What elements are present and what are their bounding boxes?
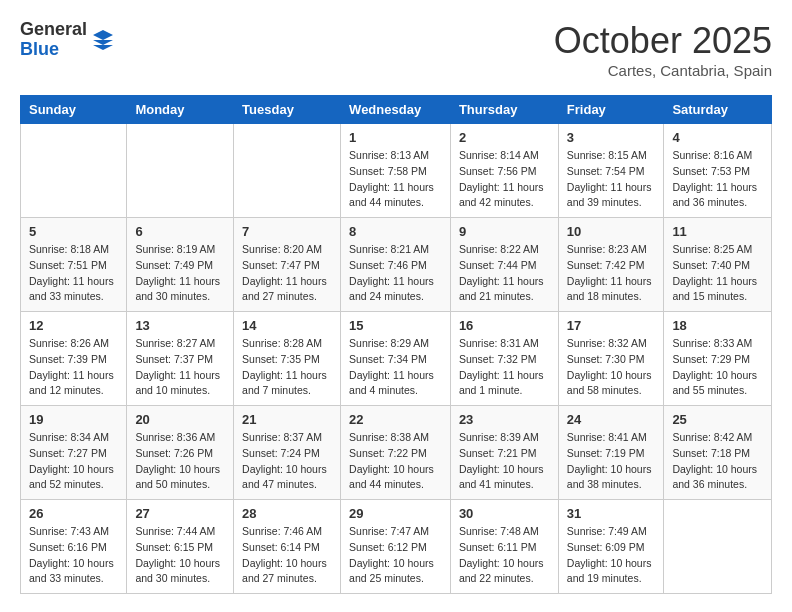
weekday-header-row: SundayMondayTuesdayWednesdayThursdayFrid… bbox=[21, 96, 772, 124]
week-row-3: 12Sunrise: 8:26 AM Sunset: 7:39 PM Dayli… bbox=[21, 312, 772, 406]
day-info: Sunrise: 8:27 AM Sunset: 7:37 PM Dayligh… bbox=[135, 336, 225, 399]
day-number: 18 bbox=[672, 318, 763, 333]
day-number: 19 bbox=[29, 412, 118, 427]
day-cell: 24Sunrise: 8:41 AM Sunset: 7:19 PM Dayli… bbox=[558, 406, 664, 500]
day-cell: 30Sunrise: 7:48 AM Sunset: 6:11 PM Dayli… bbox=[450, 500, 558, 594]
day-info: Sunrise: 7:46 AM Sunset: 6:14 PM Dayligh… bbox=[242, 524, 332, 587]
day-cell: 16Sunrise: 8:31 AM Sunset: 7:32 PM Dayli… bbox=[450, 312, 558, 406]
day-info: Sunrise: 8:39 AM Sunset: 7:21 PM Dayligh… bbox=[459, 430, 550, 493]
day-cell: 3Sunrise: 8:15 AM Sunset: 7:54 PM Daylig… bbox=[558, 124, 664, 218]
day-number: 23 bbox=[459, 412, 550, 427]
day-number: 2 bbox=[459, 130, 550, 145]
day-info: Sunrise: 8:32 AM Sunset: 7:30 PM Dayligh… bbox=[567, 336, 656, 399]
day-info: Sunrise: 8:14 AM Sunset: 7:56 PM Dayligh… bbox=[459, 148, 550, 211]
day-number: 21 bbox=[242, 412, 332, 427]
day-info: Sunrise: 8:23 AM Sunset: 7:42 PM Dayligh… bbox=[567, 242, 656, 305]
weekday-header-tuesday: Tuesday bbox=[234, 96, 341, 124]
weekday-header-saturday: Saturday bbox=[664, 96, 772, 124]
day-cell: 1Sunrise: 8:13 AM Sunset: 7:58 PM Daylig… bbox=[341, 124, 451, 218]
day-number: 29 bbox=[349, 506, 442, 521]
day-info: Sunrise: 7:44 AM Sunset: 6:15 PM Dayligh… bbox=[135, 524, 225, 587]
day-number: 10 bbox=[567, 224, 656, 239]
day-number: 30 bbox=[459, 506, 550, 521]
day-info: Sunrise: 8:16 AM Sunset: 7:53 PM Dayligh… bbox=[672, 148, 763, 211]
day-cell: 4Sunrise: 8:16 AM Sunset: 7:53 PM Daylig… bbox=[664, 124, 772, 218]
day-cell: 6Sunrise: 8:19 AM Sunset: 7:49 PM Daylig… bbox=[127, 218, 234, 312]
week-row-5: 26Sunrise: 7:43 AM Sunset: 6:16 PM Dayli… bbox=[21, 500, 772, 594]
day-info: Sunrise: 7:43 AM Sunset: 6:16 PM Dayligh… bbox=[29, 524, 118, 587]
week-row-4: 19Sunrise: 8:34 AM Sunset: 7:27 PM Dayli… bbox=[21, 406, 772, 500]
day-info: Sunrise: 8:34 AM Sunset: 7:27 PM Dayligh… bbox=[29, 430, 118, 493]
day-cell: 12Sunrise: 8:26 AM Sunset: 7:39 PM Dayli… bbox=[21, 312, 127, 406]
day-cell bbox=[21, 124, 127, 218]
day-cell: 14Sunrise: 8:28 AM Sunset: 7:35 PM Dayli… bbox=[234, 312, 341, 406]
day-number: 31 bbox=[567, 506, 656, 521]
day-info: Sunrise: 8:28 AM Sunset: 7:35 PM Dayligh… bbox=[242, 336, 332, 399]
day-cell bbox=[127, 124, 234, 218]
logo-general-text: General bbox=[20, 20, 87, 40]
day-info: Sunrise: 8:42 AM Sunset: 7:18 PM Dayligh… bbox=[672, 430, 763, 493]
day-number: 12 bbox=[29, 318, 118, 333]
day-info: Sunrise: 8:29 AM Sunset: 7:34 PM Dayligh… bbox=[349, 336, 442, 399]
day-number: 8 bbox=[349, 224, 442, 239]
day-info: Sunrise: 8:36 AM Sunset: 7:26 PM Dayligh… bbox=[135, 430, 225, 493]
day-cell: 28Sunrise: 7:46 AM Sunset: 6:14 PM Dayli… bbox=[234, 500, 341, 594]
day-info: Sunrise: 8:38 AM Sunset: 7:22 PM Dayligh… bbox=[349, 430, 442, 493]
day-info: Sunrise: 8:19 AM Sunset: 7:49 PM Dayligh… bbox=[135, 242, 225, 305]
day-number: 11 bbox=[672, 224, 763, 239]
day-cell bbox=[234, 124, 341, 218]
day-cell bbox=[664, 500, 772, 594]
day-info: Sunrise: 8:26 AM Sunset: 7:39 PM Dayligh… bbox=[29, 336, 118, 399]
day-number: 17 bbox=[567, 318, 656, 333]
day-number: 6 bbox=[135, 224, 225, 239]
day-info: Sunrise: 8:33 AM Sunset: 7:29 PM Dayligh… bbox=[672, 336, 763, 399]
day-cell: 18Sunrise: 8:33 AM Sunset: 7:29 PM Dayli… bbox=[664, 312, 772, 406]
day-info: Sunrise: 8:15 AM Sunset: 7:54 PM Dayligh… bbox=[567, 148, 656, 211]
day-info: Sunrise: 8:18 AM Sunset: 7:51 PM Dayligh… bbox=[29, 242, 118, 305]
day-info: Sunrise: 8:25 AM Sunset: 7:40 PM Dayligh… bbox=[672, 242, 763, 305]
day-info: Sunrise: 8:21 AM Sunset: 7:46 PM Dayligh… bbox=[349, 242, 442, 305]
weekday-header-friday: Friday bbox=[558, 96, 664, 124]
weekday-header-sunday: Sunday bbox=[21, 96, 127, 124]
day-number: 26 bbox=[29, 506, 118, 521]
day-cell: 19Sunrise: 8:34 AM Sunset: 7:27 PM Dayli… bbox=[21, 406, 127, 500]
day-number: 20 bbox=[135, 412, 225, 427]
day-info: Sunrise: 7:47 AM Sunset: 6:12 PM Dayligh… bbox=[349, 524, 442, 587]
day-number: 5 bbox=[29, 224, 118, 239]
day-cell: 17Sunrise: 8:32 AM Sunset: 7:30 PM Dayli… bbox=[558, 312, 664, 406]
day-cell: 21Sunrise: 8:37 AM Sunset: 7:24 PM Dayli… bbox=[234, 406, 341, 500]
day-cell: 29Sunrise: 7:47 AM Sunset: 6:12 PM Dayli… bbox=[341, 500, 451, 594]
title-area: October 2025 Cartes, Cantabria, Spain bbox=[554, 20, 772, 79]
day-cell: 23Sunrise: 8:39 AM Sunset: 7:21 PM Dayli… bbox=[450, 406, 558, 500]
day-number: 24 bbox=[567, 412, 656, 427]
day-number: 4 bbox=[672, 130, 763, 145]
day-cell: 15Sunrise: 8:29 AM Sunset: 7:34 PM Dayli… bbox=[341, 312, 451, 406]
day-cell: 9Sunrise: 8:22 AM Sunset: 7:44 PM Daylig… bbox=[450, 218, 558, 312]
weekday-header-monday: Monday bbox=[127, 96, 234, 124]
day-cell: 31Sunrise: 7:49 AM Sunset: 6:09 PM Dayli… bbox=[558, 500, 664, 594]
page-header: General Blue October 2025 Cartes, Cantab… bbox=[20, 20, 772, 79]
day-cell: 25Sunrise: 8:42 AM Sunset: 7:18 PM Dayli… bbox=[664, 406, 772, 500]
logo-icon bbox=[91, 28, 115, 52]
day-number: 13 bbox=[135, 318, 225, 333]
day-cell: 27Sunrise: 7:44 AM Sunset: 6:15 PM Dayli… bbox=[127, 500, 234, 594]
day-info: Sunrise: 8:41 AM Sunset: 7:19 PM Dayligh… bbox=[567, 430, 656, 493]
day-info: Sunrise: 8:22 AM Sunset: 7:44 PM Dayligh… bbox=[459, 242, 550, 305]
day-info: Sunrise: 7:49 AM Sunset: 6:09 PM Dayligh… bbox=[567, 524, 656, 587]
day-number: 3 bbox=[567, 130, 656, 145]
month-title: October 2025 bbox=[554, 20, 772, 62]
logo: General Blue bbox=[20, 20, 115, 60]
day-cell: 5Sunrise: 8:18 AM Sunset: 7:51 PM Daylig… bbox=[21, 218, 127, 312]
weekday-header-thursday: Thursday bbox=[450, 96, 558, 124]
calendar-table: SundayMondayTuesdayWednesdayThursdayFrid… bbox=[20, 95, 772, 594]
day-info: Sunrise: 7:48 AM Sunset: 6:11 PM Dayligh… bbox=[459, 524, 550, 587]
day-number: 1 bbox=[349, 130, 442, 145]
week-row-2: 5Sunrise: 8:18 AM Sunset: 7:51 PM Daylig… bbox=[21, 218, 772, 312]
weekday-header-wednesday: Wednesday bbox=[341, 96, 451, 124]
day-cell: 11Sunrise: 8:25 AM Sunset: 7:40 PM Dayli… bbox=[664, 218, 772, 312]
day-cell: 22Sunrise: 8:38 AM Sunset: 7:22 PM Dayli… bbox=[341, 406, 451, 500]
day-number: 16 bbox=[459, 318, 550, 333]
day-number: 9 bbox=[459, 224, 550, 239]
day-number: 7 bbox=[242, 224, 332, 239]
day-number: 27 bbox=[135, 506, 225, 521]
